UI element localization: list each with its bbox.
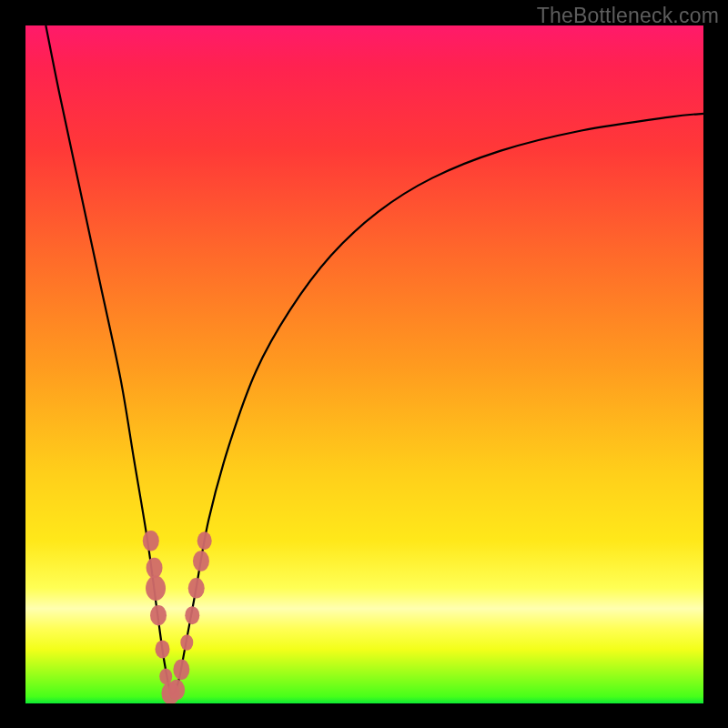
marker-dot	[197, 531, 212, 550]
v-marker-cluster	[143, 531, 212, 703]
marker-dot	[150, 605, 167, 626]
marker-dot	[159, 668, 172, 684]
watermark-text: TheBottleneck.com	[537, 4, 719, 28]
marker-dot	[173, 660, 189, 681]
marker-dot	[185, 606, 199, 624]
plot-area	[25, 25, 703, 703]
marker-dot	[155, 640, 169, 658]
marker-dot	[146, 576, 166, 602]
marker-dot	[188, 578, 205, 599]
chart-outer-frame: TheBottleneck.com	[0, 0, 728, 728]
marker-dot	[143, 531, 159, 551]
marker-dot	[168, 680, 185, 701]
marker-layer	[25, 25, 703, 703]
marker-dot	[147, 558, 163, 579]
marker-dot	[180, 634, 193, 651]
marker-dot	[193, 551, 209, 571]
